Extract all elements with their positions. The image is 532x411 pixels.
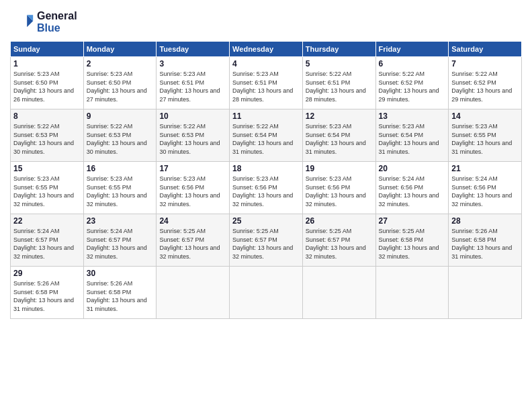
day-number: 21: [451, 164, 519, 173]
day-cell: 7 Sunrise: 5:22 AMSunset: 6:52 PMDayligh…: [449, 57, 522, 109]
day-cell: 25 Sunrise: 5:25 AMSunset: 6:57 PMDaylig…: [230, 214, 303, 267]
day-cell: 3 Sunrise: 5:23 AMSunset: 6:51 PMDayligh…: [157, 57, 230, 109]
day-cell: 6 Sunrise: 5:22 AMSunset: 6:52 PMDayligh…: [375, 57, 449, 109]
column-header-tuesday: Tuesday: [157, 42, 230, 57]
day-info: Sunrise: 5:22 AMSunset: 6:52 PMDaylight:…: [451, 70, 519, 103]
day-info: Sunrise: 5:25 AMSunset: 6:57 PMDaylight:…: [306, 227, 373, 261]
day-cell: 19 Sunrise: 5:23 AMSunset: 6:56 PMDaylig…: [302, 162, 375, 214]
day-cell: 9 Sunrise: 5:22 AMSunset: 6:53 PMDayligh…: [83, 109, 157, 162]
week-row-4: 22 Sunrise: 5:24 AMSunset: 6:57 PMDaylig…: [11, 214, 522, 267]
calendar-page: General Blue SundayMondayTuesdayWednesda…: [0, 0, 532, 411]
day-number: 2: [87, 59, 154, 68]
day-cell: 24 Sunrise: 5:25 AMSunset: 6:57 PMDaylig…: [157, 214, 230, 267]
day-info: Sunrise: 5:23 AMSunset: 6:56 PMDaylight:…: [159, 175, 226, 208]
day-cell: 21 Sunrise: 5:24 AMSunset: 6:56 PMDaylig…: [449, 162, 522, 214]
day-info: Sunrise: 5:24 AMSunset: 6:56 PMDaylight:…: [379, 175, 446, 208]
day-cell: 1 Sunrise: 5:23 AMSunset: 6:50 PMDayligh…: [11, 57, 84, 109]
day-number: 14: [451, 111, 519, 121]
day-number: 11: [232, 111, 300, 121]
header: General Blue: [10, 10, 522, 34]
day-cell: 30 Sunrise: 5:26 AMSunset: 6:58 PMDaylig…: [83, 267, 157, 319]
column-header-wednesday: Wednesday: [230, 42, 303, 57]
logo-text: General Blue: [37, 10, 77, 34]
day-info: Sunrise: 5:22 AMSunset: 6:51 PMDaylight:…: [306, 70, 373, 103]
day-cell: 22 Sunrise: 5:24 AMSunset: 6:57 PMDaylig…: [11, 214, 84, 267]
day-number: 24: [159, 216, 226, 226]
week-row-1: 1 Sunrise: 5:23 AMSunset: 6:50 PMDayligh…: [11, 57, 522, 109]
day-number: 27: [379, 216, 446, 226]
day-number: 13: [379, 111, 446, 121]
day-cell: 2 Sunrise: 5:23 AMSunset: 6:50 PMDayligh…: [83, 57, 157, 109]
day-cell: 14 Sunrise: 5:23 AMSunset: 6:55 PMDaylig…: [449, 109, 522, 162]
day-cell: 20 Sunrise: 5:24 AMSunset: 6:56 PMDaylig…: [375, 162, 449, 214]
day-cell: 13 Sunrise: 5:23 AMSunset: 6:54 PMDaylig…: [375, 109, 449, 162]
day-info: Sunrise: 5:24 AMSunset: 6:56 PMDaylight:…: [451, 175, 519, 208]
day-info: Sunrise: 5:23 AMSunset: 6:55 PMDaylight:…: [13, 175, 81, 208]
day-number: 28: [451, 216, 519, 226]
day-cell: 11 Sunrise: 5:22 AMSunset: 6:54 PMDaylig…: [230, 109, 303, 162]
day-info: Sunrise: 5:25 AMSunset: 6:57 PMDaylight:…: [232, 227, 300, 261]
day-number: 18: [232, 164, 300, 173]
day-info: Sunrise: 5:22 AMSunset: 6:54 PMDaylight:…: [232, 122, 300, 156]
day-info: Sunrise: 5:25 AMSunset: 6:58 PMDaylight:…: [379, 227, 446, 261]
day-cell: [230, 267, 303, 319]
day-info: Sunrise: 5:26 AMSunset: 6:58 PMDaylight:…: [87, 279, 154, 313]
column-header-sunday: Sunday: [11, 42, 84, 57]
day-cell: 29 Sunrise: 5:26 AMSunset: 6:58 PMDaylig…: [11, 267, 84, 319]
week-row-3: 15 Sunrise: 5:23 AMSunset: 6:55 PMDaylig…: [11, 162, 522, 214]
day-info: Sunrise: 5:23 AMSunset: 6:50 PMDaylight:…: [13, 70, 81, 103]
day-cell: 5 Sunrise: 5:22 AMSunset: 6:51 PMDayligh…: [302, 57, 375, 109]
day-info: Sunrise: 5:23 AMSunset: 6:56 PMDaylight:…: [232, 175, 300, 208]
day-cell: [157, 267, 230, 319]
day-cell: [375, 267, 449, 319]
day-number: 16: [87, 164, 154, 173]
day-number: 30: [87, 269, 154, 278]
day-number: 22: [13, 216, 81, 226]
day-number: 3: [159, 59, 226, 68]
day-info: Sunrise: 5:26 AMSunset: 6:58 PMDaylight:…: [13, 279, 81, 313]
day-number: 9: [87, 111, 154, 121]
column-header-thursday: Thursday: [302, 42, 375, 57]
day-info: Sunrise: 5:22 AMSunset: 6:52 PMDaylight:…: [379, 70, 446, 103]
day-number: 25: [232, 216, 300, 226]
day-info: Sunrise: 5:22 AMSunset: 6:53 PMDaylight:…: [159, 122, 226, 156]
day-info: Sunrise: 5:23 AMSunset: 6:51 PMDaylight:…: [232, 70, 300, 103]
day-info: Sunrise: 5:23 AMSunset: 6:50 PMDaylight:…: [87, 70, 154, 103]
logo: General Blue: [10, 10, 77, 34]
day-info: Sunrise: 5:24 AMSunset: 6:57 PMDaylight:…: [87, 227, 154, 261]
day-number: 1: [13, 59, 81, 68]
day-cell: [302, 267, 375, 319]
day-number: 5: [306, 59, 373, 68]
day-cell: 28 Sunrise: 5:26 AMSunset: 6:58 PMDaylig…: [449, 214, 522, 267]
day-info: Sunrise: 5:22 AMSunset: 6:53 PMDaylight:…: [13, 122, 81, 156]
column-headers: SundayMondayTuesdayWednesdayThursdayFrid…: [11, 42, 522, 57]
week-row-2: 8 Sunrise: 5:22 AMSunset: 6:53 PMDayligh…: [11, 109, 522, 162]
day-cell: 4 Sunrise: 5:23 AMSunset: 6:51 PMDayligh…: [230, 57, 303, 109]
day-info: Sunrise: 5:23 AMSunset: 6:55 PMDaylight:…: [451, 122, 519, 156]
day-number: 19: [306, 164, 373, 173]
day-number: 12: [306, 111, 373, 121]
day-info: Sunrise: 5:24 AMSunset: 6:57 PMDaylight:…: [13, 227, 81, 261]
day-cell: 27 Sunrise: 5:25 AMSunset: 6:58 PMDaylig…: [375, 214, 449, 267]
day-cell: 10 Sunrise: 5:22 AMSunset: 6:53 PMDaylig…: [157, 109, 230, 162]
day-cell: 12 Sunrise: 5:23 AMSunset: 6:54 PMDaylig…: [302, 109, 375, 162]
day-number: 10: [159, 111, 226, 121]
logo-icon: [10, 10, 34, 34]
day-number: 17: [159, 164, 226, 173]
day-number: 4: [232, 59, 300, 68]
day-info: Sunrise: 5:22 AMSunset: 6:53 PMDaylight:…: [87, 122, 154, 156]
day-number: 6: [379, 59, 446, 68]
column-header-friday: Friday: [375, 42, 449, 57]
day-cell: 15 Sunrise: 5:23 AMSunset: 6:55 PMDaylig…: [11, 162, 84, 214]
day-cell: 16 Sunrise: 5:23 AMSunset: 6:55 PMDaylig…: [83, 162, 157, 214]
day-cell: 18 Sunrise: 5:23 AMSunset: 6:56 PMDaylig…: [230, 162, 303, 214]
day-number: 20: [379, 164, 446, 173]
column-header-monday: Monday: [83, 42, 157, 57]
day-cell: 8 Sunrise: 5:22 AMSunset: 6:53 PMDayligh…: [11, 109, 84, 162]
column-header-saturday: Saturday: [449, 42, 522, 57]
day-number: 8: [13, 111, 81, 121]
calendar-table: SundayMondayTuesdayWednesdayThursdayFrid…: [10, 41, 522, 319]
day-info: Sunrise: 5:23 AMSunset: 6:51 PMDaylight:…: [159, 70, 226, 103]
day-number: 26: [306, 216, 373, 226]
day-number: 15: [13, 164, 81, 173]
